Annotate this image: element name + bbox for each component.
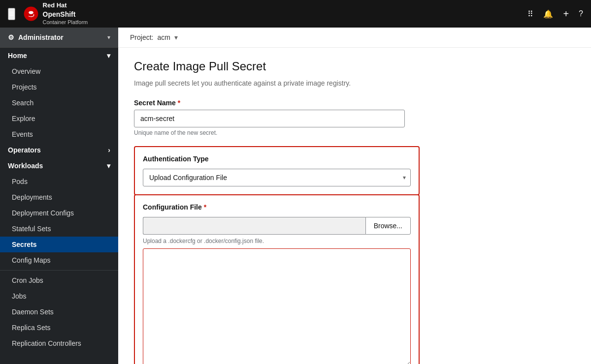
sidebar-item-projects[interactable]: Projects [0,79,118,95]
sidebar-item-operators[interactable]: Operators › [0,142,118,158]
file-input-display [143,217,365,235]
help-button[interactable]: ? [579,9,583,18]
secret-name-hint: Unique name of the new secret. [134,129,575,136]
config-file-textarea[interactable] [143,248,411,364]
sidebar-item-cron-jobs[interactable]: Cron Jobs [0,273,118,288]
sidebar-item-secrets[interactable]: Secrets [0,237,118,252]
sidebar-item-events[interactable]: Events [0,126,118,142]
sidebar-item-replica-sets[interactable]: Replica Sets [0,320,118,335]
sidebar-divider [0,270,118,271]
page-description: Image pull secrets let you authenticate … [134,79,575,87]
sidebar-item-config-maps[interactable]: Config Maps [0,252,118,268]
auth-type-section: Authentication Type Upload Configuration… [134,146,420,195]
home-label: Home [8,52,27,60]
secret-name-group: Secret Name * Unique name of the new sec… [134,99,575,136]
brand-company: Red Hat [43,1,88,10]
project-bar: Project: acm ▾ [118,28,591,48]
workloads-label: Workloads [8,162,43,170]
home-chevron-icon: ▾ [107,52,110,60]
header-left: ≡ Red Hat OpenShift Container Platform [8,1,88,26]
page-title: Create Image Pull Secret [134,60,575,73]
content-area: Create Image Pull Secret Image pull secr… [118,48,591,364]
browse-button[interactable]: Browse... [365,217,411,235]
main-content: Project: acm ▾ Create Image Pull Secret … [118,28,591,364]
admin-label: ⚙ Administrator [8,33,64,41]
file-hint: Upload a .dockercfg or .docker/config.js… [143,238,411,244]
sidebar-item-overview[interactable]: Overview [0,63,118,79]
operators-chevron-icon: › [108,146,110,154]
gear-icon: ⚙ [8,33,14,41]
brand-platform: Container Platform [43,19,88,26]
header-right: ⠿ 🔔 + ? [527,8,583,20]
apps-grid-button[interactable]: ⠿ [527,9,533,19]
sidebar-item-stateful-sets[interactable]: Stateful Sets [0,221,118,237]
sidebar-item-deployment-configs[interactable]: Deployment Configs [0,205,118,221]
main-layout: ⚙ Administrator ▾ Home ▾ Overview Projec… [0,28,591,364]
sidebar-item-daemon-sets[interactable]: Daemon Sets [0,304,118,320]
notifications-button[interactable]: 🔔 [543,9,553,19]
sidebar-item-home[interactable]: Home ▾ [0,48,118,63]
hamburger-menu-button[interactable]: ≡ [8,8,15,20]
admin-chevron-icon: ▾ [107,34,110,41]
brand-product: OpenShift [43,10,88,19]
sidebar-item-workloads[interactable]: Workloads ▾ [0,158,118,174]
project-chevron-icon[interactable]: ▾ [174,33,178,41]
project-label: Project: [130,33,153,41]
brand-text: Red Hat OpenShift Container Platform [43,1,88,26]
redhat-logo-icon [23,6,39,22]
sidebar-item-search[interactable]: Search [0,95,118,111]
add-button[interactable]: + [563,8,569,20]
file-upload-row: Browse... [143,217,411,235]
project-name: acm [157,33,170,41]
auth-type-select-wrapper: Upload Configuration File Image Registry… [143,169,411,186]
config-file-title: Configuration File * [143,203,411,211]
auth-type-title: Authentication Type [143,155,411,163]
secret-name-label: Secret Name * [134,99,575,107]
sidebar-item-pods[interactable]: Pods [0,174,118,189]
sidebar-item-jobs[interactable]: Jobs [0,288,118,304]
secret-name-input[interactable] [134,110,405,127]
brand-logo-area: Red Hat OpenShift Container Platform [23,1,88,26]
admin-section-header[interactable]: ⚙ Administrator ▾ [0,28,118,48]
sidebar-item-deployments[interactable]: Deployments [0,189,118,205]
sidebar: ⚙ Administrator ▾ Home ▾ Overview Projec… [0,28,118,364]
config-file-section: Configuration File * Browse... Upload a … [134,194,420,364]
sidebar-item-replication-controllers[interactable]: Replication Controllers [0,335,118,351]
workloads-chevron-icon: ▾ [107,162,110,170]
auth-type-select[interactable]: Upload Configuration File Image Registry… [143,169,411,186]
secret-name-required: * [178,99,180,107]
top-header: ≡ Red Hat OpenShift Container Platform ⠿… [0,0,591,28]
sidebar-item-explore[interactable]: Explore [0,111,118,126]
operators-label: Operators [8,146,41,154]
config-file-required: * [204,203,206,211]
